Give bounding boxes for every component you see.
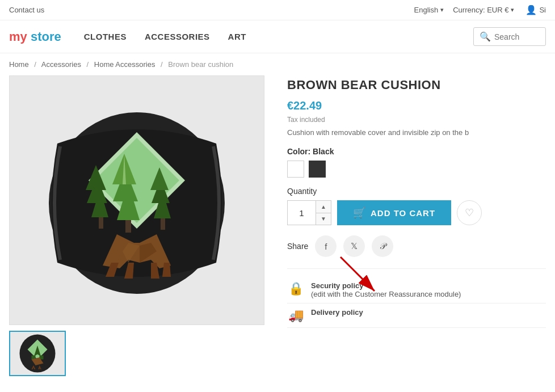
- add-to-cart-label: ADD TO CART: [371, 208, 435, 218]
- share-section: Share f 𝕏 𝒫: [287, 235, 546, 257]
- contact-us-link[interactable]: Contact us: [9, 6, 44, 14]
- nav-accessories[interactable]: ACCESSORIES: [145, 32, 210, 41]
- quantity-increment[interactable]: ▲: [316, 201, 331, 213]
- search-input[interactable]: [494, 32, 540, 41]
- breadcrumb: Home / Accessories / Home Accessories / …: [0, 53, 555, 75]
- color-section: Color: Black: [287, 147, 546, 178]
- quantity-arrows: ▲ ▼: [316, 201, 331, 225]
- reassurance-section: 🔒 Security policy (edit with the Custome…: [287, 268, 546, 328]
- logo-my: my: [9, 29, 27, 44]
- breadcrumb-sep-3: /: [161, 60, 163, 69]
- add-to-cart-button[interactable]: 🛒 ADD TO CART: [337, 200, 451, 225]
- quantity-section: Quantity 1 ▲ ▼ 🛒 ADD TO CART ♡: [287, 187, 546, 225]
- nav-art[interactable]: ART: [228, 32, 246, 41]
- reassurance-delivery: 🚚 Delivery policy: [287, 304, 546, 328]
- delivery-title: Delivery policy: [311, 308, 363, 317]
- logo-store: store: [27, 29, 61, 44]
- breadcrumb-sep-1: /: [34, 60, 36, 69]
- product-area-wrapper: BROWN BEAR CUSHION €22.49 Tax included C…: [0, 75, 555, 387]
- security-title: Security policy: [311, 281, 461, 290]
- language-selector[interactable]: English: [414, 6, 444, 14]
- product-images: [9, 75, 264, 376]
- share-twitter[interactable]: 𝕏: [343, 235, 365, 257]
- heart-icon: ♡: [465, 206, 474, 219]
- color-swatches: [287, 161, 546, 178]
- breadcrumb-home[interactable]: Home: [9, 60, 29, 69]
- quantity-decrement[interactable]: ▼: [316, 213, 331, 225]
- sign-in-button[interactable]: 👤 Si: [525, 5, 546, 15]
- search-icon: 🔍: [480, 31, 491, 42]
- color-label: Color: Black: [287, 147, 546, 156]
- color-swatch-black[interactable]: [309, 161, 326, 178]
- search-box[interactable]: 🔍: [473, 27, 546, 46]
- quantity-label: Quantity: [287, 187, 546, 196]
- product-details: BROWN BEAR CUSHION €22.49 Tax included C…: [287, 75, 546, 376]
- breadcrumb-sep-2: /: [87, 60, 89, 69]
- color-swatch-white[interactable]: [287, 161, 304, 178]
- quantity-input-wrap: 1 ▲ ▼: [287, 200, 331, 225]
- reassurance-security: 🔒 Security policy (edit with the Custome…: [287, 277, 546, 304]
- svg-rect-11: [125, 220, 131, 233]
- product-area: BROWN BEAR CUSHION €22.49 Tax included C…: [0, 75, 555, 387]
- delivery-text: Delivery policy: [311, 308, 363, 317]
- security-text: Security policy (edit with the Customer …: [311, 281, 461, 298]
- share-label: Share: [287, 242, 308, 251]
- quantity-value: 1: [288, 201, 316, 225]
- top-bar: Contact us English Currency: EUR € 👤 Si: [0, 0, 555, 20]
- delivery-icon: 🚚: [287, 308, 304, 323]
- svg-rect-6: [99, 217, 103, 229]
- color-value: Black: [313, 147, 334, 156]
- product-thumbnail[interactable]: [9, 331, 66, 376]
- svg-rect-15: [161, 218, 165, 230]
- product-title: BROWN BEAR CUSHION: [287, 78, 546, 92]
- security-icon: 🔒: [287, 281, 304, 296]
- product-description: Cushion with removable cover and invisib…: [287, 128, 503, 137]
- tax-info: Tax included: [287, 116, 546, 124]
- breadcrumb-accessories[interactable]: Accessories: [41, 60, 81, 69]
- main-nav: CLOTHES ACCESSORIES ART: [84, 32, 451, 41]
- share-facebook[interactable]: f: [315, 235, 337, 257]
- security-desc: (edit with the Customer Reassurance modu…: [311, 290, 461, 298]
- header: my store CLOTHES ACCESSORIES ART 🔍: [0, 20, 555, 53]
- quantity-row: 1 ▲ ▼ 🛒 ADD TO CART ♡: [287, 200, 546, 225]
- cushion-illustration: [40, 98, 233, 302]
- currency-selector[interactable]: Currency: EUR €: [453, 6, 514, 14]
- product-price: €22.49: [287, 99, 546, 112]
- logo[interactable]: my store: [9, 29, 61, 44]
- breadcrumb-home-accessories[interactable]: Home Accessories: [94, 60, 155, 69]
- main-product-image: [9, 75, 264, 325]
- nav-clothes[interactable]: CLOTHES: [84, 32, 127, 41]
- cart-icon: 🛒: [353, 206, 366, 219]
- breadcrumb-current: Brown bear cushion: [168, 60, 233, 69]
- lang-currency: English Currency: EUR €: [414, 6, 515, 14]
- top-bar-right: English Currency: EUR € 👤 Si: [414, 5, 546, 15]
- wishlist-button[interactable]: ♡: [457, 200, 482, 225]
- share-pinterest[interactable]: 𝒫: [372, 235, 393, 257]
